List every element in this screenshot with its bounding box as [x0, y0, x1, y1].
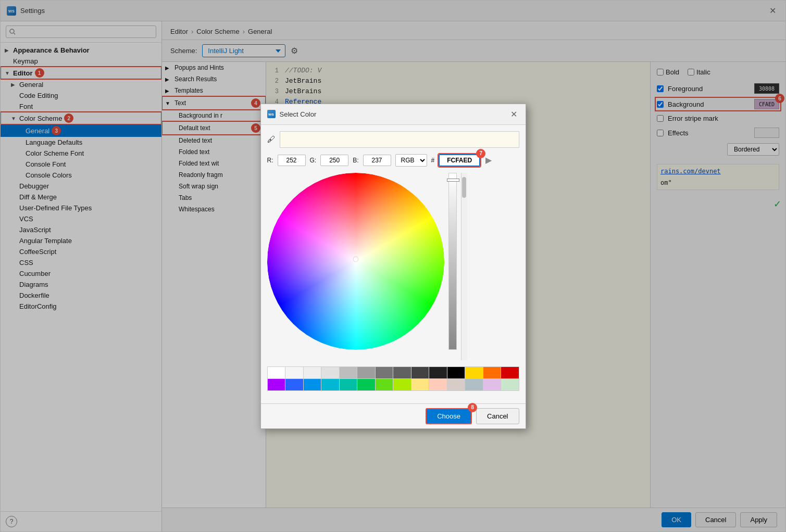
dialog-close-button[interactable]: ✕: [508, 108, 519, 120]
swatch-cell[interactable]: [357, 367, 375, 378]
swatch-cell[interactable]: [268, 367, 285, 378]
swatch-cell[interactable]: [285, 379, 303, 390]
choose-btn-wrap: Choose 8: [426, 408, 472, 424]
swatch-cell[interactable]: [447, 379, 465, 390]
swatch-cell[interactable]: [465, 379, 483, 390]
swatch-cell[interactable]: [501, 367, 519, 378]
color-preview-bar: 🖋: [267, 131, 519, 148]
cancel-dialog-button[interactable]: Cancel: [476, 408, 519, 424]
swatch-cell[interactable]: [429, 379, 447, 390]
swatches-grid: [267, 366, 519, 391]
brightness-handle[interactable]: [447, 179, 459, 182]
color-wheel-wrap[interactable]: [267, 173, 444, 360]
swatch-cell[interactable]: [447, 367, 465, 378]
swatch-cell[interactable]: [411, 367, 429, 378]
swatch-cell[interactable]: [321, 367, 339, 378]
settings-window: ws Settings ✕ Appearance & Behavior Keym…: [0, 0, 786, 532]
swatch-cell[interactable]: [340, 367, 357, 378]
swatch-cell[interactable]: [340, 379, 357, 390]
swatch-cell[interactable]: [376, 379, 393, 390]
expand-arrow-icon: ▶: [485, 155, 492, 165]
dialog-title: Select Color: [280, 110, 504, 118]
b-input[interactable]: [363, 155, 391, 166]
swatch-cell[interactable]: [285, 367, 303, 378]
swatch-cell[interactable]: [268, 379, 285, 390]
badge-7: 7: [476, 149, 485, 158]
swatch-cell[interactable]: [393, 367, 411, 378]
swatch-cell[interactable]: [465, 367, 483, 378]
color-preview-strip: [280, 131, 519, 148]
hex-input[interactable]: [439, 154, 480, 167]
dialog-body: 🖋 R: G: B: RGB HSB #: [261, 125, 526, 403]
b-label: B:: [353, 157, 358, 164]
swatch-cell[interactable]: [357, 379, 375, 390]
color-dialog-overlay: ws Select Color ✕ 🖋 R: G: B:: [1, 1, 785, 531]
vert-scroll[interactable]: [461, 173, 467, 360]
swatch-cell[interactable]: [376, 367, 393, 378]
g-label: G:: [310, 157, 317, 164]
swatch-cell[interactable]: [483, 367, 501, 378]
dialog-title-bar: ws Select Color ✕: [261, 104, 526, 125]
g-input[interactable]: [320, 155, 348, 166]
wheel-dot[interactable]: [354, 257, 358, 261]
hex-label: #: [431, 157, 435, 164]
dialog-footer: Choose 8 Cancel: [261, 403, 526, 428]
swatch-cell[interactable]: [304, 367, 321, 378]
swatch-cell[interactable]: [411, 379, 429, 390]
r-label: R:: [267, 157, 273, 164]
swatch-cell[interactable]: [501, 379, 519, 390]
eyedropper-icon[interactable]: 🖋: [267, 135, 276, 144]
choose-button[interactable]: Choose: [426, 408, 472, 424]
swatch-cell[interactable]: [393, 379, 411, 390]
hue-wheel: [267, 173, 444, 350]
rgb-row: R: G: B: RGB HSB # 7 ▶: [267, 154, 519, 167]
swatch-cell[interactable]: [429, 367, 447, 378]
mode-select[interactable]: RGB HSB: [395, 154, 427, 167]
hex-input-wrap: 7: [439, 154, 480, 167]
color-wheel-container: [267, 173, 519, 360]
swatch-cell[interactable]: [304, 379, 321, 390]
color-dialog: ws Select Color ✕ 🖋 R: G: B:: [260, 104, 526, 429]
badge-8: 8: [468, 403, 477, 412]
dialog-icon: ws: [267, 110, 276, 118]
color-wheel-visual[interactable]: [267, 173, 444, 350]
brightness-slider[interactable]: [448, 173, 457, 350]
saturation-overlay: [267, 173, 444, 350]
scroll-thumb: [462, 177, 466, 198]
r-input[interactable]: [278, 155, 306, 166]
swatch-cell[interactable]: [483, 379, 501, 390]
swatch-cell[interactable]: [321, 379, 339, 390]
